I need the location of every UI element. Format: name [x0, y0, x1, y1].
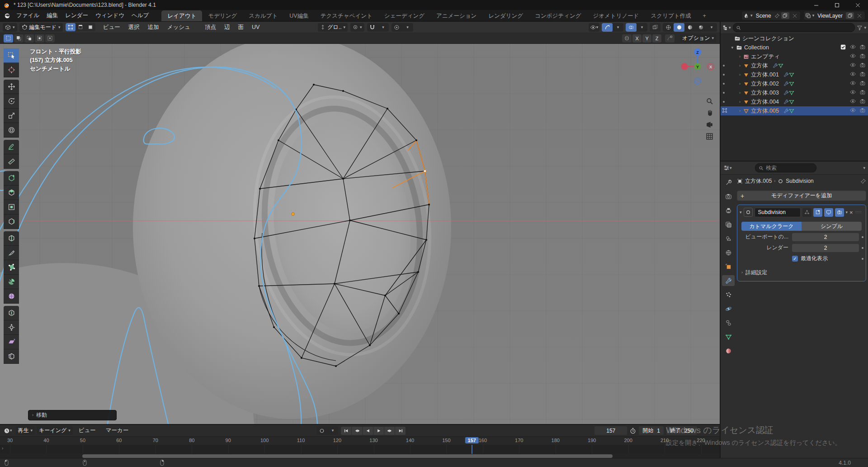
workspace-tab[interactable]: スカルプト: [243, 10, 283, 21]
play-button[interactable]: [373, 427, 384, 435]
mode-dropdown[interactable]: 編集モード ▾: [19, 23, 63, 32]
animate-dot-icon[interactable]: [862, 236, 863, 238]
tool-cursor[interactable]: [4, 63, 19, 77]
eye-icon[interactable]: [850, 44, 856, 51]
eye-icon[interactable]: [850, 71, 856, 78]
viewport-menu-辺[interactable]: 辺: [220, 24, 234, 31]
stopwatch-icon[interactable]: [630, 428, 636, 434]
shading-material-button[interactable]: [684, 23, 695, 32]
camera-icon[interactable]: [860, 81, 865, 87]
properties-tab-world[interactable]: [722, 247, 735, 258]
select-mode-edge[interactable]: [75, 23, 85, 31]
shading-solid-button[interactable]: [674, 23, 684, 32]
snap-target-toggle[interactable]: [665, 34, 675, 43]
mirror-y-toggle[interactable]: Y: [642, 34, 651, 43]
previous-keyframe-button[interactable]: [352, 427, 362, 435]
timeline-editor-icon[interactable]: [4, 428, 10, 434]
camera-icon[interactable]: [860, 71, 865, 78]
remove-view-layer-button[interactable]: [855, 12, 863, 19]
playhead-line[interactable]: [472, 445, 472, 454]
tool-spin[interactable]: [4, 275, 19, 289]
outliner-row-object[interactable]: ›立方体.005: [721, 106, 868, 115]
maximize-button[interactable]: [826, 0, 847, 10]
blender-menu-icon[interactable]: [4, 12, 11, 19]
menu-ファイル[interactable]: ファイル: [13, 10, 43, 21]
properties-tab-scene[interactable]: [722, 233, 735, 244]
select-mode-vertex[interactable]: [66, 23, 75, 31]
pivot-point-dropdown[interactable]: ▾: [350, 23, 364, 32]
properties-tab-output[interactable]: [722, 205, 735, 216]
proportional-dropdown[interactable]: ▾: [402, 23, 413, 32]
tool-smooth[interactable]: [4, 289, 19, 304]
timeline-tracks[interactable]: ›: [0, 445, 720, 454]
select-op-invert[interactable]: [35, 34, 44, 43]
editor-type-button[interactable]: ▾: [3, 23, 17, 32]
tool-bevel[interactable]: [4, 214, 19, 229]
modifier-extras-dropdown[interactable]: ▾: [846, 210, 848, 214]
new-view-layer-button[interactable]: [846, 12, 854, 19]
gizmo-minus-z-axis[interactable]: [694, 78, 701, 85]
navigation-gizmo[interactable]: Z X Y: [680, 46, 715, 92]
object-origin-dot[interactable]: [292, 213, 294, 215]
field-value[interactable]: 2: [792, 244, 859, 252]
viewport-menu-メッシュ[interactable]: メッシュ: [163, 24, 194, 31]
tool-shear[interactable]: [4, 335, 19, 349]
animate-dot-icon[interactable]: [862, 247, 863, 249]
show-gizmo-toggle[interactable]: [602, 23, 613, 32]
workspace-tab[interactable]: レンダリング: [482, 10, 529, 21]
camera-icon[interactable]: [860, 90, 865, 96]
timeline-expander[interactable]: ›: [2, 446, 3, 451]
operator-panel[interactable]: › 移動: [28, 410, 117, 420]
auto-keying-toggle[interactable]: [316, 426, 327, 435]
timeline-menu-マーカー[interactable]: マーカー: [102, 427, 133, 434]
outliner-editor-icon[interactable]: [722, 24, 729, 31]
breadcrumb-modifier[interactable]: Subdivision: [786, 178, 813, 184]
subdivision-type-inactive[interactable]: シンプル: [802, 222, 862, 231]
zoom-icon[interactable]: [706, 97, 713, 105]
snap-toggle[interactable]: [367, 23, 378, 32]
timeline-ruler[interactable]: 3040506070809010011012013014015016017018…: [0, 436, 720, 445]
scene-name[interactable]: Scene: [754, 13, 773, 19]
viewport-menu-追加[interactable]: 追加: [144, 24, 163, 31]
outliner-row-object[interactable]: ›立方体: [721, 61, 868, 70]
show-overlays-toggle[interactable]: [626, 23, 637, 32]
camera-icon[interactable]: [860, 108, 865, 114]
timeline-menu-再生[interactable]: 再生▾: [16, 426, 35, 435]
tool-inset[interactable]: [4, 200, 19, 214]
tool-rotate[interactable]: [4, 94, 19, 109]
options-dropdown[interactable]: オプション ▾: [680, 34, 716, 43]
outliner-row-object[interactable]: ›立方体.001: [721, 70, 868, 79]
pin-icon[interactable]: [774, 13, 780, 19]
view-layer-selector[interactable]: ▾ ViewLayer: [803, 11, 865, 20]
overlays-dropdown[interactable]: ▾: [637, 23, 647, 32]
auto-keying-dropdown[interactable]: ▾: [327, 426, 338, 435]
properties-tab-physics[interactable]: [722, 303, 735, 314]
tool-transform[interactable]: [4, 123, 19, 138]
properties-tab-render[interactable]: [722, 191, 735, 202]
workspace-tab[interactable]: アニメーション: [430, 10, 482, 21]
menu-レンダー[interactable]: レンダー: [61, 10, 92, 21]
tool-poly-build[interactable]: [4, 260, 19, 275]
workspace-tab[interactable]: レイアウト: [161, 10, 202, 21]
playhead-badge[interactable]: 157: [465, 437, 479, 443]
tool-scale[interactable]: [4, 109, 19, 123]
tool-measure[interactable]: [4, 154, 19, 169]
properties-tab-view-layer[interactable]: [722, 219, 735, 230]
pin-icon[interactable]: [860, 178, 866, 184]
tool-rip-region[interactable]: [4, 349, 19, 364]
next-keyframe-button[interactable]: [384, 427, 395, 435]
camera-view-icon[interactable]: [706, 121, 713, 129]
select-op-set[interactable]: [4, 34, 13, 43]
viewport-menu-UV[interactable]: UV: [248, 24, 264, 30]
menu-ヘルプ[interactable]: ヘルプ: [128, 10, 152, 21]
jump-to-start-button[interactable]: [341, 427, 351, 435]
camera-icon[interactable]: [860, 62, 865, 69]
eye-icon[interactable]: [850, 90, 856, 96]
properties-tab-constraints[interactable]: [722, 317, 735, 328]
transform-orientation-dropdown[interactable]: グロ.. ▾: [318, 23, 348, 32]
proportional-editing-toggle[interactable]: [392, 23, 402, 32]
workspace-tab[interactable]: テクスチャペイント: [315, 10, 378, 21]
animate-dot-icon[interactable]: [862, 258, 863, 260]
tool-shrink-fatten[interactable]: [4, 320, 19, 335]
outliner-row-object[interactable]: ›立方体.003: [721, 88, 868, 97]
